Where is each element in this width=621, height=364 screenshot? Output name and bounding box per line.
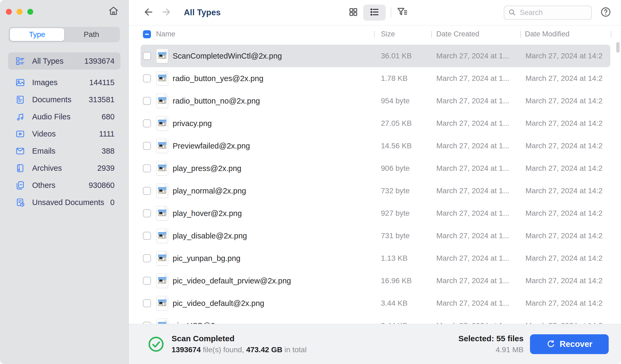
sidebar-item-count: 313581: [89, 95, 115, 104]
grid-view-icon: [348, 7, 358, 18]
row-checkbox[interactable]: [143, 232, 151, 240]
table-row[interactable]: radio_button_no@2x.png 954 byte March 27…: [141, 90, 610, 112]
row-checkbox[interactable]: [143, 299, 151, 307]
file-size: 36.01 KB: [374, 52, 431, 60]
close-window-button[interactable]: [6, 9, 12, 15]
sidebar-item-all-types[interactable]: All Types 1393674: [8, 52, 120, 70]
table-row[interactable]: Previewfailed@2x.png 14.56 KB March 27, …: [141, 135, 610, 157]
file-name: play_normal@2x.png: [173, 187, 374, 195]
selected-files-text: Selected: 55 files: [459, 334, 524, 343]
sidebar-item-count: 388: [102, 147, 115, 156]
images-icon: [15, 78, 25, 88]
minimize-window-button[interactable]: [17, 9, 22, 15]
file-date-modified: March 27, 2024 at 14:2: [520, 142, 603, 150]
sidebar-item-emails[interactable]: Emails 388: [8, 142, 120, 160]
sidebar-item-label: Emails: [32, 147, 102, 156]
sidebar-item-label: Audio Files: [32, 112, 102, 121]
list-view-icon: [369, 7, 380, 18]
recover-icon: [546, 340, 555, 349]
file-date-modified: March 27, 2024 at 14:2: [520, 187, 603, 195]
table-row[interactable]: pic_video_default_prview@2x.png 16.96 KB…: [141, 270, 610, 292]
column-header-size[interactable]: Size: [374, 25, 431, 43]
file-date-created: March 27, 2024 at 1...: [431, 52, 520, 60]
file-size: 906 byte: [374, 164, 431, 173]
vertical-scrollbar-thumb[interactable]: [616, 42, 620, 53]
file-date-created: March 27, 2024 at 1...: [431, 276, 520, 285]
file-date-created: March 27, 2024 at 1...: [431, 232, 520, 240]
sidebar-item-videos[interactable]: Videos 1111: [8, 125, 120, 142]
sidebar-item-label: Others: [32, 181, 89, 190]
list-view-button[interactable]: [363, 5, 386, 21]
file-size: 954 byte: [374, 97, 431, 105]
png-file-icon: [157, 319, 168, 324]
tab-type[interactable]: Type: [10, 28, 64, 41]
sidebar-item-documents[interactable]: Documents 313581: [8, 91, 120, 108]
sidebar: Type Path All Types 1393674 Images 14411…: [0, 0, 129, 364]
png-file-icon: [157, 206, 168, 220]
grid-view-button[interactable]: [347, 6, 359, 19]
table-row[interactable]: play_disable@2x.png 731 byte March 27, 2…: [141, 225, 610, 247]
row-checkbox[interactable]: [143, 52, 151, 60]
table-row[interactable]: pic_video_default@2x.png 3.44 KB March 2…: [141, 292, 610, 314]
filter-button[interactable]: [395, 6, 409, 20]
png-file-icon: [157, 71, 168, 85]
row-checkbox[interactable]: [143, 277, 151, 285]
file-name: pic_video_default_prview@2x.png: [173, 276, 374, 285]
home-button[interactable]: [108, 5, 119, 17]
file-size: 1.78 KB: [374, 74, 431, 83]
zoom-window-button[interactable]: [27, 9, 33, 15]
file-name: play_disable@2x.png: [173, 232, 374, 240]
table-header: Name Size Date Created Date Modified: [141, 25, 611, 43]
forward-button[interactable]: [160, 7, 172, 18]
file-size: 3.44 KB: [374, 299, 431, 308]
file-name: pic_USB@2x.png: [173, 321, 374, 324]
row-checkbox[interactable]: [143, 254, 151, 262]
sidebar-item-audio[interactable]: Audio Files 680: [8, 108, 120, 125]
back-button[interactable]: [143, 7, 154, 18]
sidebar-item-unsaved[interactable]: Unsaved Documents 0: [8, 194, 120, 211]
row-checkbox[interactable]: [143, 97, 151, 105]
row-checkbox[interactable]: [143, 142, 151, 150]
row-checkbox[interactable]: [143, 322, 151, 324]
all-types-icon: [15, 56, 25, 66]
sidebar-item-count: 0: [110, 198, 115, 207]
sidebar-item-count: 1111: [99, 130, 115, 138]
column-header-date-modified[interactable]: Date Modified: [520, 25, 611, 43]
help-button[interactable]: [600, 7, 612, 18]
table-row[interactable]: ScanCompletedWinCtl@2x.png 36.01 KB Marc…: [141, 45, 610, 67]
table-row[interactable]: play_press@2x.png 906 byte March 27, 202…: [141, 157, 610, 180]
file-date-modified: March 27, 2024 at 14:2: [520, 209, 603, 218]
main-panel: All Types: [129, 0, 621, 364]
file-name: pic_video_default@2x.png: [173, 299, 374, 308]
row-checkbox[interactable]: [143, 119, 151, 127]
table-row[interactable]: pic_yunpan_bg.png 1.13 KB March 27, 2024…: [141, 247, 610, 270]
table-row[interactable]: privacy.png 27.05 KB March 27, 2024 at 1…: [141, 112, 610, 135]
file-size: 731 byte: [374, 232, 431, 240]
column-header-name[interactable]: Name: [151, 30, 374, 38]
scan-status-title: Scan Completed: [172, 334, 306, 343]
table-row[interactable]: play_normal@2x.png 732 byte March 27, 20…: [141, 180, 610, 202]
row-checkbox[interactable]: [143, 209, 151, 217]
png-file-icon: [157, 49, 168, 63]
recover-button[interactable]: Recover: [530, 334, 609, 354]
table-row[interactable]: pic_USB@2x.png 3.44 KB March 27, 2024 at…: [141, 314, 610, 324]
png-file-icon: [157, 251, 168, 265]
table-row[interactable]: play_hover@2x.png 927 byte March 27, 202…: [141, 202, 610, 225]
file-date-modified: March 27, 2024 at 14:2: [520, 52, 603, 60]
archives-icon: [15, 163, 25, 173]
search-input[interactable]: [519, 8, 588, 17]
select-all-checkbox[interactable]: [143, 30, 151, 38]
toolbar: All Types: [129, 0, 621, 25]
tab-path[interactable]: Path: [64, 28, 119, 41]
file-date-modified: March 27, 2024 at 14:2: [520, 321, 603, 324]
sidebar-item-count: 2939: [97, 164, 115, 173]
file-size: 927 byte: [374, 209, 431, 218]
table-row[interactable]: radio_button_yes@2x.png 1.78 KB March 27…: [141, 67, 610, 90]
sidebar-item-others[interactable]: Others 930860: [8, 177, 120, 194]
row-checkbox[interactable]: [143, 164, 151, 172]
sidebar-item-archives[interactable]: Archives 2939: [8, 160, 120, 177]
sidebar-item-images[interactable]: Images 144115: [8, 74, 120, 91]
row-checkbox[interactable]: [143, 74, 151, 82]
row-checkbox[interactable]: [143, 187, 151, 195]
column-header-date-created[interactable]: Date Created: [431, 25, 520, 43]
